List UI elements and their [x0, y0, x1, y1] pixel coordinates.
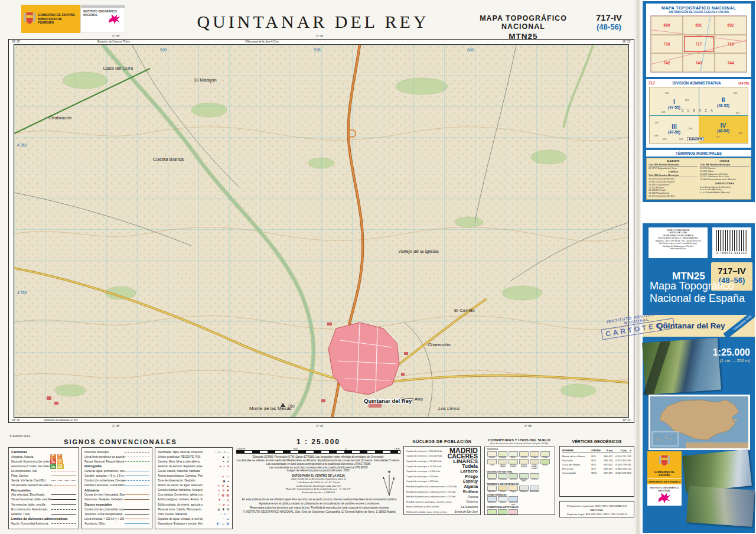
land-cover-name: Dehesa	[529, 478, 540, 480]
africa-coast	[686, 442, 748, 448]
line-sample	[125, 509, 149, 510]
edition-note: 3ª Edición 2014.	[9, 434, 31, 438]
coberturas-item: Dunas	[497, 486, 508, 493]
place-label: Los Limos	[438, 406, 460, 411]
municipio-row: 16 175Quintanar del Rey	[649, 195, 698, 198]
vertices-row: Pascualo ROI 595.116 4.355.300 781	[562, 458, 631, 463]
deposit-legal-line: Depósito Legal: M-8.206-2015. NIPO: 162-…	[562, 512, 631, 516]
scale-title: 1 : 25.000	[236, 438, 400, 446]
legend-row: Cueva: natural, industrial, habitada. ⌒ …	[158, 468, 230, 473]
coberturas-item: Olivar, viñedo y frutales	[529, 459, 540, 470]
coberturas-item: Viñedo	[540, 451, 550, 458]
col-h: h	[627, 449, 631, 452]
place-label: Chamocho	[428, 342, 451, 347]
vertex-height: 720	[627, 467, 631, 470]
vertices-row: Monte de las Mesas ROI 586.402 4.354.271…	[562, 454, 631, 458]
vertices-header: NOMBRE ORDEN X (m) Y (m) h	[562, 448, 631, 453]
edge-note-station-south: Estación de Albacete 47 km	[44, 419, 78, 422]
legend-label: Autopista. Autovía.	[11, 455, 50, 458]
coberturas-item: Frondosas	[497, 473, 508, 482]
adjacent-sheet-number: 078	[679, 138, 683, 141]
line-sample	[125, 523, 149, 524]
coberturas-subtitle: (Base de información sobre Ocupación del…	[482, 442, 556, 445]
coberturas-item: Regadío	[497, 451, 508, 458]
symbol-glyphs: ◍ ♜ ✪	[203, 507, 230, 511]
vertices-title: VÉRTICES GEODÉSICOS	[559, 439, 634, 444]
symbol-glyphs: ✝ ∷ ◎	[203, 498, 230, 502]
legend-label: Cueva: natural, industrial, habitada.	[158, 470, 203, 473]
legend-label: Vía estrecha: doble, sencilla.	[11, 503, 50, 506]
admin-title: DIVISIÓN ADMINISTRATIVA	[673, 81, 721, 85]
line-sample	[125, 461, 149, 462]
land-cover-name: Viñedo y frutales	[508, 464, 519, 468]
legend-sample	[125, 471, 149, 471]
adjacent-sheet-number: 083	[654, 135, 658, 137]
vertex-x: 592.395	[601, 471, 613, 474]
vertex-order: ROI	[591, 467, 601, 470]
line-sample	[51, 504, 76, 505]
legend-row: Vía pecuaria. Sendero de Gran Recorrido.	[11, 483, 76, 488]
legend-label: Senda. Vía Verde. Carril Bici.	[11, 479, 50, 482]
legend-row: Teleférico. Cinta transportadora.	[84, 512, 149, 516]
legend-label: Nación. Comunidad Autónoma.	[11, 522, 50, 525]
svg-text:★: ★	[387, 470, 391, 474]
legend-label: Teleférico. Cinta transportadora.	[84, 513, 123, 516]
prov-cuenca-2: CUENCA	[700, 160, 749, 163]
sheet-index-minimap: 690 691 692 716 717	[650, 15, 747, 73]
projection-note-line: Las altitudes se refieren al nivel medio…	[236, 459, 400, 463]
iberia-landmass	[660, 400, 739, 440]
land-cover-name: Regadío	[497, 457, 508, 458]
cover-sheet-number: 717–IV	[711, 266, 752, 276]
nucleos-row: Entidad de población y urbanizaciones < …	[406, 494, 478, 499]
lon-tick: 2° 05′	[112, 424, 120, 428]
nucleos-example: Espelúy	[463, 479, 478, 483]
land-cover-name: Olivar	[487, 464, 497, 466]
col-nombre: NOMBRE	[562, 449, 591, 452]
line-sample	[125, 457, 149, 457]
sheet-index-cell: 742	[651, 53, 683, 72]
coberturas-category: VEGETACIÓN NATURAL Matorrales Frondosas	[487, 471, 553, 483]
legend-row: Estación de servicio. Repetidor, antena.…	[158, 464, 230, 468]
land-cover-name: Acantilados	[529, 491, 540, 493]
legend-row: Desmonte. Terraplén. Vertedero, escombre…	[84, 497, 149, 502]
legend-row: Edificio aislado, de interés, agrícola o…	[158, 502, 230, 507]
adjacent-sheet-number: 175	[716, 136, 719, 138]
legend-row: Alta velocidad. Electrificado.	[11, 493, 76, 497]
svg-text:590: 590	[160, 48, 167, 52]
sheet-index-cell: 692	[715, 16, 747, 35]
legend-row: Vía estrecha: doble, sencilla.	[11, 502, 76, 507]
line-sample	[125, 514, 149, 515]
coberturas-item: Arroz	[508, 451, 519, 458]
coberturas-item: Viñedo y frutales	[508, 459, 519, 470]
legend-label: Ferrocarriles	[11, 489, 76, 492]
vertices-box: NOMBRE ORDEN X (m) Y (m) h Monte de las …	[559, 446, 634, 497]
aerial-photo	[642, 338, 721, 395]
legend-sample	[125, 476, 149, 476]
nucleos-criteria: Entidad colectiva, parroquia, concejo u …	[406, 500, 452, 503]
legend-label: Depuradora. Estanque o piscina. Almacene…	[158, 522, 203, 525]
footer-line: Reservados todos los derechos que marca …	[241, 506, 398, 510]
nucleos-criteria: Entidad de población y urbanizaciones > …	[406, 490, 456, 493]
adjacent-sheet-number: 198	[654, 122, 658, 124]
scale-bar	[236, 450, 400, 454]
sheet-number-block: 717-IV (48-56)	[586, 12, 632, 31]
legend-row: Límites de divisiones administrativas	[11, 516, 76, 521]
legend-label: Pozo. Fuente. Manantial.	[158, 513, 203, 516]
map-frame: 39° 25′ 39° 20′ 39° 25′ 39° 20′ Estación…	[8, 39, 634, 423]
sheet-index-cell: 743	[683, 53, 715, 72]
symbol-glyphs: ⌒ ⌒ ⌒	[203, 469, 230, 473]
legend-label: Parque Nacional. Parque Natural.	[84, 460, 124, 463]
legend-title: SIGNOS CONVENCIONALES	[8, 438, 233, 445]
production-line: Producción e impresión INSTITUTO GEOGRÁF…	[562, 504, 631, 512]
sheet-index-cell: 691	[683, 16, 715, 35]
land-cover-name: Dunas	[497, 491, 508, 493]
land-cover-name: Roquedo	[519, 491, 529, 493]
legend-label: Depósito de agua: elevado, a nivel del s…	[158, 517, 203, 520]
coberturas-item: Arbolado mixto	[519, 473, 529, 482]
nucleos-criteria: Barrios menores y otros núcleos.	[406, 505, 440, 508]
ign-logo-icon	[108, 14, 121, 27]
nucleos-title: NÚCLEOS DE POBLACIÓN	[403, 439, 481, 444]
edge-note-station: Estación de Cuenca 76 km	[97, 40, 130, 43]
canarias-inset	[652, 432, 678, 446]
coberturas-item: Salinas	[497, 496, 508, 505]
